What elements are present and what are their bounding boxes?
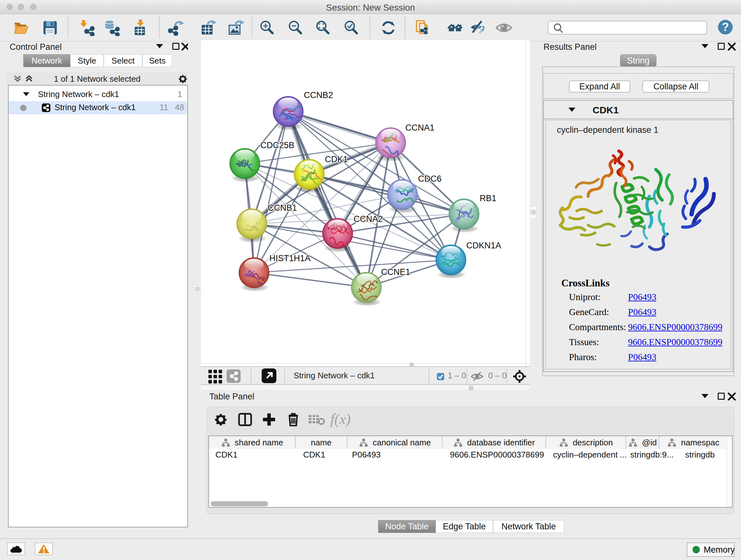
svg-text:CCNB2: CCNB2	[304, 90, 333, 100]
svg-text:CCNA1: CCNA1	[405, 123, 434, 132]
svg-text:HIST1H1A: HIST1H1A	[269, 253, 311, 263]
svg-text:RB1: RB1	[480, 193, 496, 203]
svg-text:CCNA2: CCNA2	[354, 214, 383, 224]
svg-text:CDC6: CDC6	[418, 174, 442, 184]
svg-text:CDK1: CDK1	[325, 154, 348, 164]
svg-text:?: ?	[722, 20, 729, 34]
svg-text:CCNB1: CCNB1	[268, 203, 297, 212]
svg-text:CDC25B: CDC25B	[260, 140, 294, 150]
svg-text:CDKN1A: CDKN1A	[466, 241, 501, 250]
svg-text:CCNE1: CCNE1	[381, 267, 410, 277]
